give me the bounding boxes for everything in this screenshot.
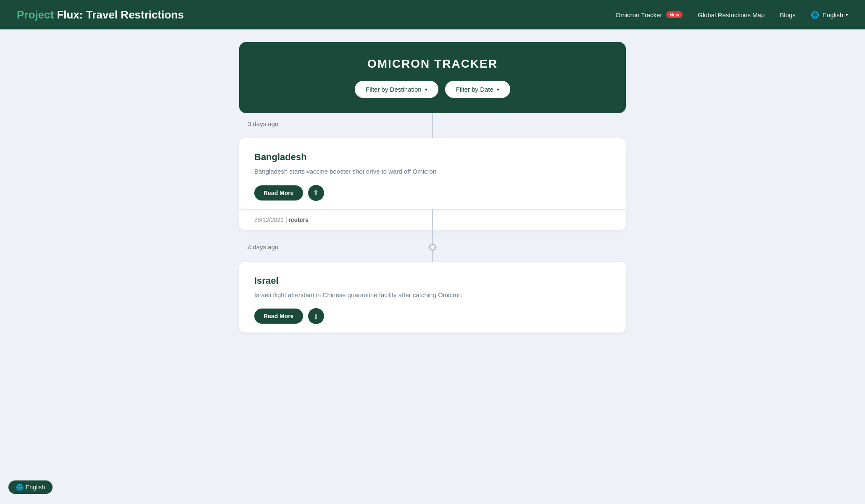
nav-blogs-label: Blogs	[780, 11, 796, 18]
time-label-2: 4 days ago	[239, 243, 278, 251]
timeline-dot-2	[429, 244, 436, 251]
share-button-israel[interactable]: ⇧	[308, 308, 324, 324]
filter-row: Filter by Destination ▾ Filter by Date ▾	[256, 81, 609, 98]
logo-project: Project	[17, 8, 54, 21]
chevron-down-icon: ▾	[425, 87, 427, 92]
tracker-header: OMICRON TRACKER Filter by Destination ▾ …	[239, 42, 626, 113]
article-source-bangladesh: reuters	[289, 216, 309, 223]
chevron-down-icon: ▾	[846, 12, 848, 18]
article-country-israel: Israel	[254, 275, 611, 286]
bottom-language-label: English	[26, 484, 45, 491]
bottom-language-badge[interactable]: 🌐 English	[8, 480, 53, 494]
nav-omicron-label: Omicron Tracker	[616, 11, 662, 18]
filter-date-label: Filter by Date	[456, 86, 493, 93]
article-date-bangladesh: 28/12/2021	[254, 216, 284, 223]
main-content: OMICRON TRACKER Filter by Destination ▾ …	[231, 29, 634, 362]
chevron-down-icon: ▾	[497, 87, 499, 92]
nav-language-label: English	[823, 11, 843, 18]
time-row-1: 3 days ago	[239, 113, 626, 134]
navbar: Project Flux: Travel Restrictions Omicro…	[0, 0, 865, 29]
nav-omicron-tracker[interactable]: Omicron Tracker New	[616, 11, 683, 18]
nav-global-label: Global Restrictions Map	[698, 11, 765, 18]
article-actions-israel: Read More ⇧	[254, 308, 611, 324]
read-more-button-bangladesh[interactable]: Read More	[254, 185, 303, 201]
article-summary-israel: Israeli flight attendant in Chinese quar…	[254, 290, 611, 300]
article-card-body-bangladesh: Bangladesh Bangladesh starts vaccine boo…	[239, 138, 626, 209]
article-card-body-israel: Israel Israeli flight attendant in Chine…	[239, 262, 626, 333]
read-more-button-israel[interactable]: Read More	[254, 309, 303, 324]
tracker-title: OMICRON TRACKER	[256, 57, 609, 71]
article-summary-bangladesh: Bangladesh starts vaccine booster shot d…	[254, 167, 611, 177]
logo-rest: Flux: Travel Restrictions	[54, 8, 184, 21]
share-icon: ⇧	[313, 312, 319, 320]
article-separator: |	[285, 216, 289, 223]
time-row-2: 4 days ago	[239, 237, 626, 258]
bottom-globe-icon: 🌐	[16, 484, 23, 491]
time-label-1: 3 days ago	[239, 120, 278, 127]
site-logo: Project Flux: Travel Restrictions	[17, 8, 184, 21]
article-actions-bangladesh: Read More ⇧	[254, 185, 611, 201]
nav-global-map[interactable]: Global Restrictions Map	[698, 11, 765, 18]
share-button-bangladesh[interactable]: ⇧	[308, 185, 324, 201]
nav-new-badge: New	[666, 11, 683, 18]
filter-date-button[interactable]: Filter by Date ▾	[445, 81, 510, 98]
share-icon: ⇧	[313, 189, 319, 197]
timeline-container: 3 days ago Bangladesh Bangladesh starts …	[239, 113, 626, 332]
globe-icon: 🌐	[811, 11, 819, 19]
filter-destination-button[interactable]: Filter by Destination ▾	[355, 81, 438, 98]
nav-blogs[interactable]: Blogs	[780, 11, 796, 18]
article-country-bangladesh: Bangladesh	[254, 152, 611, 163]
navbar-right: Omicron Tracker New Global Restrictions …	[616, 11, 848, 19]
nav-language[interactable]: 🌐 English ▾	[811, 11, 848, 19]
article-card-israel: Israel Israeli flight attendant in Chine…	[239, 262, 626, 333]
filter-destination-label: Filter by Destination	[366, 86, 422, 93]
